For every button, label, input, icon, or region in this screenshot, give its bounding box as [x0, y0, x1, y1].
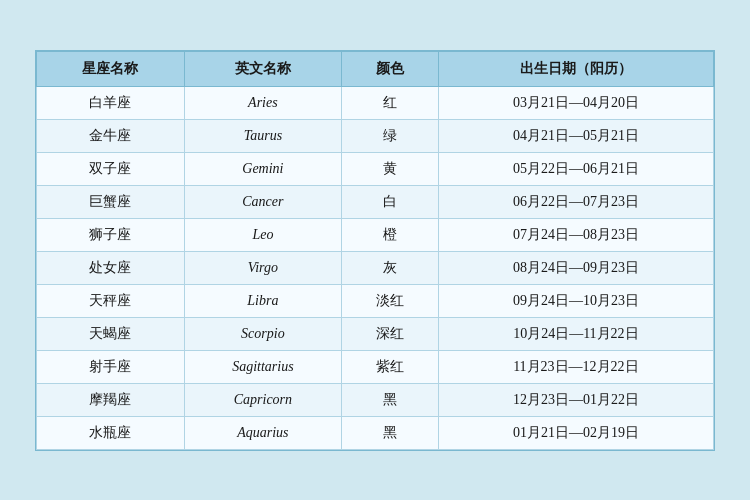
cell-color: 白: [342, 185, 439, 218]
cell-color: 橙: [342, 218, 439, 251]
cell-color: 黑: [342, 416, 439, 449]
cell-color: 灰: [342, 251, 439, 284]
table-row: 巨蟹座Cancer白06月22日—07月23日: [37, 185, 714, 218]
cell-color: 绿: [342, 119, 439, 152]
table-row: 处女座Virgo灰08月24日—09月23日: [37, 251, 714, 284]
zodiac-table-container: 星座名称 英文名称 颜色 出生日期（阳历） 白羊座Aries红03月21日—04…: [35, 50, 715, 451]
header-color: 颜色: [342, 51, 439, 86]
cell-chinese-name: 巨蟹座: [37, 185, 185, 218]
zodiac-table: 星座名称 英文名称 颜色 出生日期（阳历） 白羊座Aries红03月21日—04…: [36, 51, 714, 450]
table-row: 金牛座Taurus绿04月21日—05月21日: [37, 119, 714, 152]
cell-color: 紫红: [342, 350, 439, 383]
cell-dates: 11月23日—12月22日: [438, 350, 713, 383]
cell-chinese-name: 处女座: [37, 251, 185, 284]
cell-english-name: Sagittarius: [184, 350, 342, 383]
cell-english-name: Capricorn: [184, 383, 342, 416]
cell-color: 红: [342, 86, 439, 119]
cell-chinese-name: 狮子座: [37, 218, 185, 251]
cell-chinese-name: 双子座: [37, 152, 185, 185]
table-header-row: 星座名称 英文名称 颜色 出生日期（阳历）: [37, 51, 714, 86]
cell-dates: 01月21日—02月19日: [438, 416, 713, 449]
cell-dates: 10月24日—11月22日: [438, 317, 713, 350]
table-body: 白羊座Aries红03月21日—04月20日金牛座Taurus绿04月21日—0…: [37, 86, 714, 449]
cell-dates: 05月22日—06月21日: [438, 152, 713, 185]
cell-chinese-name: 天秤座: [37, 284, 185, 317]
cell-dates: 08月24日—09月23日: [438, 251, 713, 284]
cell-english-name: Libra: [184, 284, 342, 317]
table-row: 天蝎座Scorpio深红10月24日—11月22日: [37, 317, 714, 350]
cell-english-name: Leo: [184, 218, 342, 251]
cell-english-name: Gemini: [184, 152, 342, 185]
cell-chinese-name: 水瓶座: [37, 416, 185, 449]
cell-dates: 03月21日—04月20日: [438, 86, 713, 119]
table-row: 天秤座Libra淡红09月24日—10月23日: [37, 284, 714, 317]
cell-english-name: Cancer: [184, 185, 342, 218]
cell-dates: 07月24日—08月23日: [438, 218, 713, 251]
header-english-name: 英文名称: [184, 51, 342, 86]
table-row: 狮子座Leo橙07月24日—08月23日: [37, 218, 714, 251]
cell-dates: 06月22日—07月23日: [438, 185, 713, 218]
cell-chinese-name: 射手座: [37, 350, 185, 383]
cell-chinese-name: 摩羯座: [37, 383, 185, 416]
cell-english-name: Aries: [184, 86, 342, 119]
table-row: 射手座Sagittarius紫红11月23日—12月22日: [37, 350, 714, 383]
cell-dates: 12月23日—01月22日: [438, 383, 713, 416]
cell-color: 黑: [342, 383, 439, 416]
cell-color: 淡红: [342, 284, 439, 317]
table-row: 摩羯座Capricorn黑12月23日—01月22日: [37, 383, 714, 416]
header-chinese-name: 星座名称: [37, 51, 185, 86]
cell-chinese-name: 天蝎座: [37, 317, 185, 350]
table-row: 白羊座Aries红03月21日—04月20日: [37, 86, 714, 119]
cell-english-name: Aquarius: [184, 416, 342, 449]
table-row: 双子座Gemini黄05月22日—06月21日: [37, 152, 714, 185]
cell-english-name: Taurus: [184, 119, 342, 152]
cell-dates: 04月21日—05月21日: [438, 119, 713, 152]
header-birthdate: 出生日期（阳历）: [438, 51, 713, 86]
table-row: 水瓶座Aquarius黑01月21日—02月19日: [37, 416, 714, 449]
cell-color: 黄: [342, 152, 439, 185]
cell-color: 深红: [342, 317, 439, 350]
cell-english-name: Virgo: [184, 251, 342, 284]
cell-english-name: Scorpio: [184, 317, 342, 350]
cell-chinese-name: 金牛座: [37, 119, 185, 152]
cell-dates: 09月24日—10月23日: [438, 284, 713, 317]
cell-chinese-name: 白羊座: [37, 86, 185, 119]
